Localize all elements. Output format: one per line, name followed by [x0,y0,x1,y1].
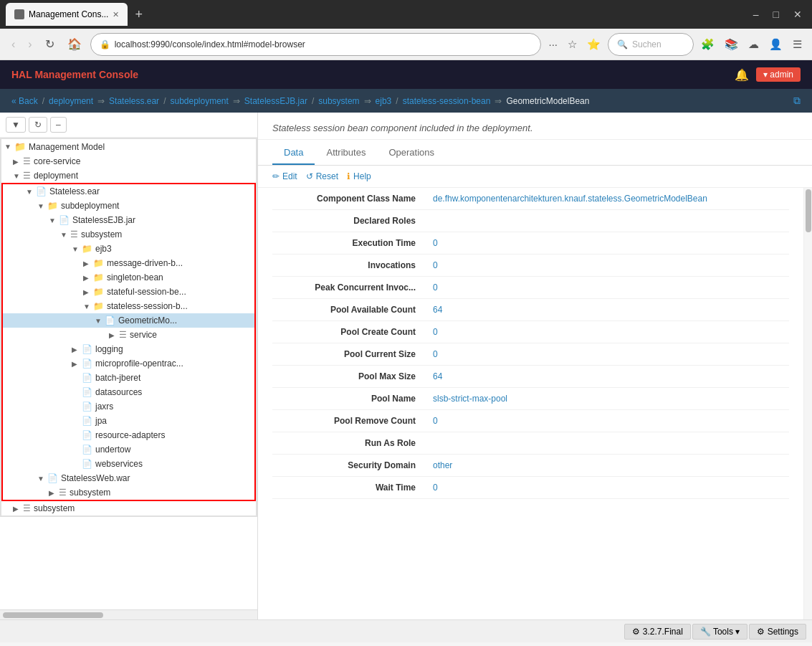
leaf-icon: 📄 [82,416,92,426]
field-value[interactable]: 0 [430,277,789,299]
data-table: Component Class Namede.fhw.komponentenar… [272,188,789,499]
collapse-button[interactable]: – [50,117,67,133]
field-value[interactable]: 64 [430,299,789,321]
tools-button[interactable]: 🔧 Tools ▾ [692,624,747,640]
field-value[interactable]: 0 [430,255,789,277]
breadcrumb-subsystem[interactable]: subsystem [318,96,359,106]
tab-operations[interactable]: Operations [377,141,446,165]
tree-item-statelessejb-jar[interactable]: ▼ 📄 StatelessEJB.jar [3,213,254,227]
search-bar[interactable]: 🔍 Suchen [608,33,694,56]
star-button[interactable]: ⭐ [584,35,603,54]
close-button[interactable]: ✕ [789,7,806,22]
tree-item-subdeployment[interactable]: ▼ 📁 subdeployment [3,199,254,213]
tree-item-statelessweb-war[interactable]: ▼ 📄 StatelessWeb.war [3,471,254,485]
library-button[interactable]: 📚 [722,35,741,54]
tree-item-management-model[interactable]: ▼ 📁 Management Model [1,139,256,154]
tree-item-subsystem3[interactable]: ▶ ☰ subsystem [1,501,256,516]
tree-item-stateless-session-b[interactable]: ▼ 📁 stateless-session-b... [3,299,254,313]
field-value[interactable]: de.fhw.komponentenarchitekturen.knauf.st… [430,188,789,210]
breadcrumb-subdeployment[interactable]: subdeployment [170,96,228,106]
new-tab-button[interactable]: + [135,7,143,22]
tree-item-jpa[interactable]: 📄 jpa [3,414,254,428]
field-value[interactable]: slsb-strict-max-pool [430,388,789,410]
tree-horizontal-scrollbar[interactable] [0,609,257,619]
tree-item-geometric-mo[interactable]: ▼ 📄 GeometricMo... [3,313,254,328]
tree-item-webservices[interactable]: 📄 webservices [3,457,254,471]
edit-button[interactable]: ✏ Edit [272,171,297,181]
file-icon: 📄 [36,186,47,196]
tree-label-service: service [130,330,157,340]
field-value[interactable]: other [430,455,789,477]
field-value[interactable]: 64 [430,366,789,388]
tree-item-undertow[interactable]: 📄 undertow [3,442,254,457]
field-label: Run As Role [272,432,430,455]
minimize-button[interactable]: – [749,7,763,22]
settings-button[interactable]: ⚙ Settings [749,624,806,640]
tree-item-subsystem2[interactable]: ▶ ☰ subsystem [3,485,254,500]
breadcrumb-stateless-ejb-jar[interactable]: StatelessEJB.jar [244,96,307,106]
tree-item-jaxrs[interactable]: 📄 jaxrs [3,399,254,414]
home-button[interactable]: 🏠 [63,34,86,54]
tree-item-stateful-session-be[interactable]: ▶ 📁 stateful-session-be... [3,285,254,299]
refresh-button[interactable]: ↻ [41,34,59,54]
notification-bell-icon[interactable]: 🔔 [735,68,749,82]
version-badge[interactable]: ⚙ 3.2.7.Final [624,624,690,640]
tab-title: Management Cons... [29,9,108,19]
tree-item-ejb3[interactable]: ▼ 📁 ejb3 [3,242,254,256]
profile-button[interactable]: 👤 [766,35,785,54]
tree-item-microprofile[interactable]: ▶ 📄 microprofile-opentrac... [3,356,254,371]
tree-item-resource-adapters[interactable]: 📄 resource-adapters [3,428,254,442]
extensions-button[interactable]: 🧩 [698,35,717,54]
tree-item-datasources[interactable]: 📄 datasources [3,385,254,399]
breadcrumb-ejb3[interactable]: ejb3 [376,96,392,106]
tree-item-stateless-ear[interactable]: ▼ 📄 Stateless.ear [3,184,254,199]
help-button[interactable]: ℹ Help [347,171,371,181]
tree-item-batch-jberet[interactable]: 📄 batch-jberet [3,371,254,385]
bookmark-button[interactable]: ☆ [565,35,580,54]
tree-item-logging[interactable]: ▶ 📄 logging [3,342,254,356]
file-icon: 📄 [59,215,70,225]
right-scrollbar[interactable] [803,188,812,619]
tree-item-singleton-bean[interactable]: ▶ 📁 singleton-bean [3,270,254,285]
tree-item-deployment[interactable]: ▼ ☰ deployment [1,168,256,183]
table-row: Invocations0 [272,255,789,277]
field-value[interactable]: 0 [430,321,789,343]
breadcrumb-deployment[interactable]: deployment [49,96,93,106]
table-row: Component Class Namede.fhw.komponentenar… [272,188,789,210]
expand-arrow: ▶ [83,274,93,282]
status-bar: ⚙ 3.2.7.Final 🔧 Tools ▾ ⚙ Settings [0,619,812,642]
admin-menu-button[interactable]: ▾ admin [756,67,801,82]
tab-data[interactable]: Data [272,141,315,165]
tree-content[interactable]: ▼ 📁 Management Model ▶ ☰ core-service ▼ … [0,138,257,609]
field-value[interactable]: 0 [430,410,789,432]
browser-tab[interactable]: Management Cons... ✕ [6,3,128,26]
filter-button[interactable]: ▼ [6,117,26,133]
field-value[interactable]: 0 [430,343,789,366]
breadcrumb-stateless-ear[interactable]: Stateless.ear [109,96,159,106]
forward-button[interactable]: › [24,35,36,54]
field-value[interactable]: 0 [430,232,789,255]
breadcrumb-back[interactable]: « Back [11,96,38,106]
tree-item-subsystem[interactable]: ▼ ☰ subsystem [3,227,254,242]
field-value[interactable]: 0 [430,477,789,499]
expand-arrow: ▶ [109,331,119,339]
maximize-button[interactable]: □ [769,7,783,22]
tree-item-core-service[interactable]: ▶ ☰ core-service [1,154,256,168]
scrollbar-thumb[interactable] [3,612,103,618]
sync-button[interactable]: ☁ [745,35,762,54]
reset-button[interactable]: ↺ Reset [306,171,338,181]
breadcrumb-stateless-session-bean[interactable]: stateless-session-bean [403,96,491,106]
back-button[interactable]: ‹ [7,35,19,54]
menu-button[interactable]: ☰ [790,35,805,54]
external-link-icon[interactable]: ⧉ [793,95,801,107]
list-icon: ☰ [23,171,31,181]
tab-attributes[interactable]: Attributes [315,141,377,165]
tab-close-button[interactable]: ✕ [113,10,119,19]
tree-item-service[interactable]: ▶ ☰ service [3,328,254,342]
tree-label-resource-adapters: resource-adapters [95,430,165,440]
scrollbar-thumb[interactable] [806,189,811,232]
refresh-tree-button[interactable]: ↻ [29,117,47,133]
more-button[interactable]: ··· [545,35,560,53]
tree-item-message-driven[interactable]: ▶ 📁 message-driven-b... [3,256,254,270]
address-bar[interactable]: 🔒 localhost:9990/console/index.html#mode… [90,33,542,56]
